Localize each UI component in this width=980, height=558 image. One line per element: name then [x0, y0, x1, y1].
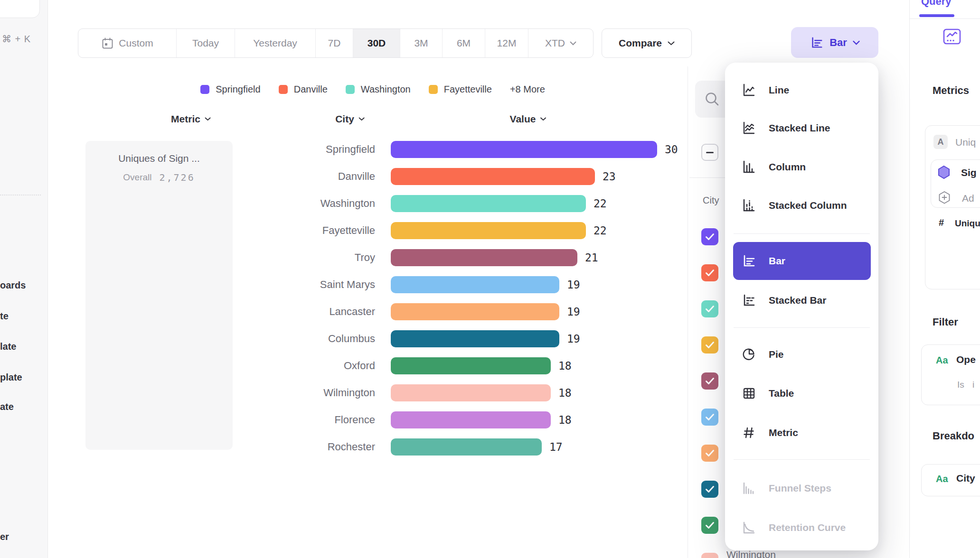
date-range-7d[interactable]: 7D — [315, 29, 353, 57]
check-icon — [705, 233, 715, 241]
menu-item-funnel-steps[interactable]: Funnel Steps — [725, 469, 878, 507]
sidebar-divider — [0, 195, 41, 195]
date-range-yesterday[interactable]: Yesterday — [235, 29, 315, 57]
filter-value[interactable]: i — [972, 380, 974, 390]
bar[interactable] — [391, 168, 595, 185]
bar[interactable] — [391, 195, 586, 212]
menu-item-pie[interactable]: Pie — [725, 335, 878, 373]
sidebar-item-1[interactable]: te — [0, 311, 9, 322]
menu-item-column[interactable]: Column — [725, 148, 878, 186]
date-range-3m[interactable]: 3M — [400, 29, 442, 57]
city-checkbox[interactable] — [701, 445, 718, 462]
tab-query[interactable]: Query — [921, 0, 952, 8]
bar[interactable] — [391, 276, 559, 293]
sidebar-item-boards[interactable]: oards — [0, 280, 26, 291]
column-header-metric[interactable]: Metric — [171, 113, 211, 125]
sidebar-item-3[interactable]: plate — [0, 372, 22, 383]
column-chart-icon — [741, 159, 756, 175]
stacked-line-chart-icon — [741, 121, 756, 136]
city-checkbox[interactable] — [701, 481, 718, 498]
query-panel-border — [909, 0, 910, 558]
filter-heading: Filter — [933, 316, 958, 328]
menu-item-metric[interactable]: Metric — [725, 414, 878, 452]
bar[interactable] — [391, 330, 559, 347]
bar[interactable] — [391, 141, 657, 158]
bar[interactable] — [391, 357, 551, 374]
bar-category-label: Columbus — [218, 333, 375, 345]
column-header-city[interactable]: City — [335, 113, 365, 125]
sidebar-item-5[interactable]: er — [0, 531, 9, 542]
city-checkbox[interactable] — [701, 228, 718, 245]
add-event-hexagon-icon[interactable] — [938, 191, 951, 205]
add-event-label[interactable]: Ad — [962, 193, 974, 204]
date-range-xtd[interactable]: XTD — [528, 29, 593, 57]
bar[interactable] — [391, 222, 586, 239]
measurement-label[interactable]: Uniqu — [955, 218, 980, 229]
hash-icon: # — [939, 217, 944, 228]
menu-item-stacked-column[interactable]: Stacked Column — [725, 186, 878, 224]
menu-item-table[interactable]: Table — [725, 374, 878, 412]
city-checkbox[interactable] — [701, 553, 718, 558]
legend-item[interactable]: Fayetteville — [429, 84, 492, 95]
menu-item-stacked-line[interactable]: Stacked Line — [725, 109, 878, 147]
sidebar-item-4[interactable]: ate — [0, 401, 14, 412]
overall-label: Overall — [123, 172, 151, 183]
chevron-down-icon — [668, 41, 675, 46]
legend-swatch — [279, 85, 288, 94]
bar-category-label: Oxford — [218, 360, 375, 372]
bar[interactable] — [391, 411, 551, 428]
date-range-today[interactable]: Today — [176, 29, 235, 57]
legend-item[interactable]: Springfield — [200, 84, 261, 95]
sidebar-item-2[interactable]: late — [0, 341, 16, 352]
bar-value-label: 19 — [567, 306, 580, 318]
legend-item[interactable]: Washington — [346, 84, 411, 95]
breakdown-property[interactable]: City — [956, 473, 975, 484]
menu-item-line[interactable]: Line — [725, 71, 878, 109]
funnel-steps-icon — [741, 481, 756, 496]
app-canvas: ⌘ + K oards te late plate ate er Custom … — [0, 0, 980, 558]
menu-item-bar[interactable]: Bar — [725, 242, 878, 280]
city-checkbox[interactable] — [701, 264, 718, 281]
legend-swatch — [346, 85, 355, 94]
date-range-12m[interactable]: 12M — [485, 29, 528, 57]
city-checkbox[interactable] — [701, 409, 718, 426]
metric-row-label[interactable]: Uniq — [955, 137, 976, 148]
date-range-30d[interactable]: 30D — [353, 29, 400, 57]
date-range-6m[interactable]: 6M — [442, 29, 485, 57]
legend-item[interactable]: Danville — [279, 84, 328, 95]
bar-category-label: Saint Marys — [218, 279, 375, 291]
date-range-custom[interactable]: Custom — [78, 29, 176, 57]
event-name[interactable]: Sig — [961, 167, 977, 178]
city-checkbox[interactable] — [701, 517, 718, 534]
bar[interactable] — [391, 384, 551, 401]
event-hexagon-icon[interactable] — [937, 165, 951, 180]
check-icon — [705, 485, 715, 493]
menu-item-stacked-bar[interactable]: Stacked Bar — [725, 281, 878, 319]
bar[interactable] — [391, 249, 577, 266]
bar-category-label: Danville — [218, 170, 375, 183]
select-all-checkbox[interactable] — [701, 144, 718, 161]
check-icon — [705, 521, 715, 529]
filter-operator[interactable]: Is — [957, 380, 964, 390]
chevron-down-icon — [540, 117, 546, 121]
bar-chart-row: Saint Marys19 — [218, 276, 580, 293]
chart-type-button[interactable]: Bar — [791, 27, 878, 58]
sidebar-search-card[interactable] — [0, 0, 40, 18]
bar[interactable] — [391, 303, 559, 320]
insights-chart-icon[interactable] — [943, 28, 961, 45]
bar[interactable] — [391, 438, 542, 456]
legend-more-button[interactable]: +8 More — [510, 84, 545, 95]
filter-property[interactable]: Ope — [956, 354, 976, 365]
check-icon — [705, 377, 715, 385]
chevron-down-icon — [205, 117, 211, 121]
menu-item-retention-curve[interactable]: Retention Curve — [725, 509, 878, 547]
city-checkbox[interactable] — [701, 372, 718, 390]
city-checkbox[interactable] — [701, 336, 718, 353]
chevron-down-icon — [358, 117, 365, 121]
city-checkbox[interactable] — [701, 300, 718, 317]
column-header-value[interactable]: Value — [510, 113, 547, 125]
compare-button[interactable]: Compare — [602, 28, 692, 58]
bar-category-label: Rochester — [218, 441, 375, 453]
metric-card[interactable] — [85, 141, 233, 450]
chart-type-menu: Line Stacked Line Column Stacked Column — [725, 63, 878, 550]
